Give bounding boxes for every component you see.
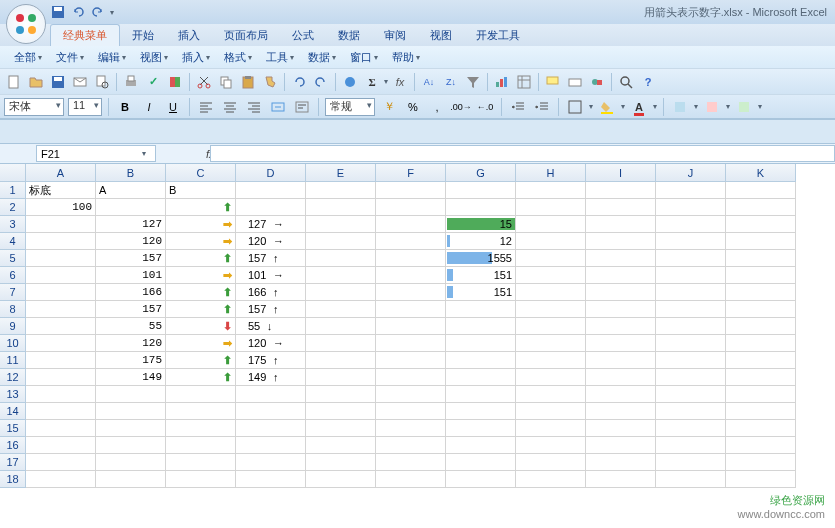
cell-H2[interactable] [516,199,586,216]
cell-C8[interactable]: ⬆ [166,301,236,318]
cell-E10[interactable] [306,335,376,352]
save-icon[interactable] [50,4,66,20]
row-header[interactable]: 12 [0,369,26,386]
cell-K9[interactable] [726,318,796,335]
cell-E17[interactable] [306,454,376,471]
cell-J8[interactable] [656,301,726,318]
cell-J14[interactable] [656,403,726,420]
cell-K15[interactable] [726,420,796,437]
cell-A16[interactable] [26,437,96,454]
cell-H13[interactable] [516,386,586,403]
cell-B15[interactable] [96,420,166,437]
cell-C6[interactable]: ➡ [166,267,236,284]
cell-F5[interactable] [376,250,446,267]
cut-icon[interactable] [194,72,214,92]
cell-G12[interactable] [446,369,516,386]
cell-G11[interactable] [446,352,516,369]
cell-G3[interactable]: 15 [446,216,516,233]
comment-icon[interactable] [543,72,563,92]
cell-K2[interactable] [726,199,796,216]
cell-I17[interactable] [586,454,656,471]
cell-D2[interactable] [236,199,306,216]
sort-asc-icon[interactable]: A↓ [419,72,439,92]
function-icon[interactable]: fx [390,72,410,92]
row-header[interactable]: 15 [0,420,26,437]
cell-K18[interactable] [726,471,796,488]
cell-I3[interactable] [586,216,656,233]
cell-G7[interactable]: 151 [446,284,516,301]
cell-D10[interactable]: 120 → [236,335,306,352]
menu-item[interactable]: 视图 ▾ [134,48,174,67]
cell-F4[interactable] [376,233,446,250]
row-header[interactable]: 6 [0,267,26,284]
cell-A17[interactable] [26,454,96,471]
undo-icon[interactable] [70,4,86,20]
cell-C14[interactable] [166,403,236,420]
cell-I4[interactable] [586,233,656,250]
cell-B10[interactable]: 120 [96,335,166,352]
cell-A13[interactable] [26,386,96,403]
cell-C11[interactable]: ⬆ [166,352,236,369]
row-header[interactable]: 1 [0,182,26,199]
cell-I11[interactable] [586,352,656,369]
cell-J4[interactable] [656,233,726,250]
menu-item[interactable]: 数据 ▾ [302,48,342,67]
copy-icon[interactable] [216,72,236,92]
cell-C15[interactable] [166,420,236,437]
filter-icon[interactable] [463,72,483,92]
cell-A2[interactable]: 100 [26,199,96,216]
cell-J6[interactable] [656,267,726,284]
cell-J1[interactable] [656,182,726,199]
cell-K14[interactable] [726,403,796,420]
cell-I6[interactable] [586,267,656,284]
chart-icon[interactable] [492,72,512,92]
decrease-decimal-icon[interactable]: ←.0 [475,97,495,117]
cell-F11[interactable] [376,352,446,369]
cell-K5[interactable] [726,250,796,267]
cell-E6[interactable] [306,267,376,284]
cell-I15[interactable] [586,420,656,437]
qat-customize-icon[interactable]: ▾ [110,8,114,17]
print-icon[interactable] [121,72,141,92]
cell-H5[interactable] [516,250,586,267]
cell-A18[interactable] [26,471,96,488]
cell-A9[interactable] [26,318,96,335]
cell-B11[interactable]: 175 [96,352,166,369]
cell-K3[interactable] [726,216,796,233]
cell-H10[interactable] [516,335,586,352]
cell-F17[interactable] [376,454,446,471]
menu-item[interactable]: 全部 ▾ [8,48,48,67]
bold-button[interactable]: B [115,97,135,117]
cell-G14[interactable] [446,403,516,420]
cell-B3[interactable]: 127 [96,216,166,233]
cell-F6[interactable] [376,267,446,284]
cell-J13[interactable] [656,386,726,403]
row-header[interactable]: 9 [0,318,26,335]
office-button[interactable] [6,4,46,44]
row-header[interactable]: 18 [0,471,26,488]
row-header[interactable]: 4 [0,233,26,250]
cell-F1[interactable] [376,182,446,199]
column-header[interactable]: G [446,164,516,182]
cell-I12[interactable] [586,369,656,386]
cell-E3[interactable] [306,216,376,233]
row-header[interactable]: 16 [0,437,26,454]
cell-C16[interactable] [166,437,236,454]
row-header[interactable]: 2 [0,199,26,216]
cell-E18[interactable] [306,471,376,488]
cell-K13[interactable] [726,386,796,403]
cell-K12[interactable] [726,369,796,386]
row-header[interactable]: 14 [0,403,26,420]
cell-E7[interactable] [306,284,376,301]
help-icon[interactable]: ? [638,72,658,92]
cell-D5[interactable]: 157 ↑ [236,250,306,267]
format-cells-icon[interactable] [734,97,754,117]
column-header[interactable]: C [166,164,236,182]
ribbon-tab[interactable]: 插入 [166,25,212,46]
ribbon-tab[interactable]: 视图 [418,25,464,46]
cell-A5[interactable] [26,250,96,267]
cell-B5[interactable]: 157 [96,250,166,267]
cell-J15[interactable] [656,420,726,437]
undo-icon[interactable] [289,72,309,92]
cell-C5[interactable]: ⬆ [166,250,236,267]
